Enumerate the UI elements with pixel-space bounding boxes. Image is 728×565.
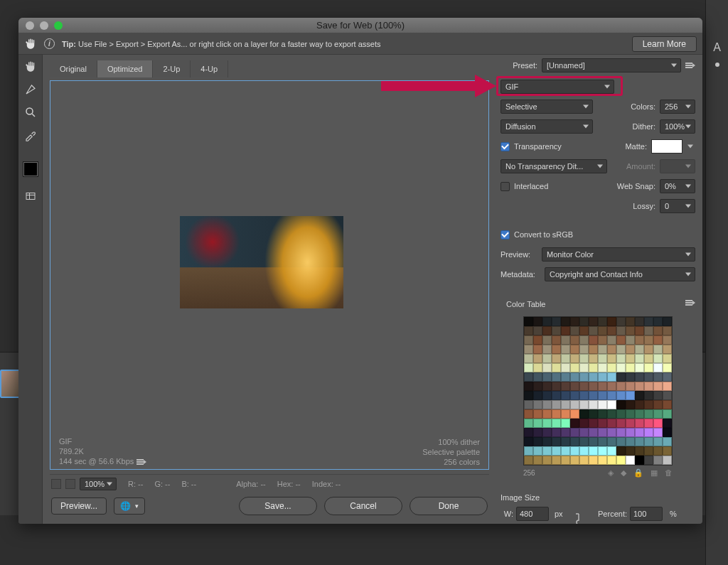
color-swatch[interactable] xyxy=(626,363,635,372)
color-swatch[interactable] xyxy=(561,372,570,382)
color-swatch[interactable] xyxy=(616,317,626,326)
color-swatch[interactable] xyxy=(616,382,626,391)
color-table-grid[interactable] xyxy=(523,316,673,466)
color-swatch[interactable] xyxy=(542,409,552,419)
hand-tool-icon[interactable] xyxy=(21,59,40,75)
color-swatch[interactable] xyxy=(561,446,570,456)
color-swatch[interactable] xyxy=(653,354,663,363)
color-swatch[interactable] xyxy=(663,409,672,419)
color-swatch[interactable] xyxy=(598,335,607,345)
color-swatch[interactable] xyxy=(635,428,644,437)
color-swatch[interactable] xyxy=(589,437,598,446)
color-swatch[interactable] xyxy=(598,400,607,409)
color-swatch[interactable] xyxy=(589,419,598,428)
preview-button[interactable]: Preview... xyxy=(51,497,107,515)
color-swatch[interactable] xyxy=(653,317,663,326)
color-swatch[interactable] xyxy=(663,345,672,354)
tab-2up[interactable]: 2-Up xyxy=(153,60,191,77)
color-swatch[interactable] xyxy=(607,456,616,465)
color-swatch[interactable] xyxy=(598,456,607,465)
color-swatch[interactable] xyxy=(579,419,589,428)
tab-optimized[interactable]: Optimized xyxy=(97,60,154,77)
color-swatch[interactable] xyxy=(561,363,570,372)
color-swatch[interactable] xyxy=(570,437,579,446)
color-swatch[interactable] xyxy=(663,354,672,363)
color-swatch[interactable] xyxy=(626,317,635,326)
dither-method-select[interactable]: Diffusion xyxy=(500,119,593,134)
color-swatch[interactable] xyxy=(561,428,570,437)
color-swatch[interactable] xyxy=(598,363,607,372)
color-swatch[interactable] xyxy=(607,428,616,437)
dither-amount-select[interactable]: 100% xyxy=(660,119,695,134)
color-swatch[interactable] xyxy=(552,354,561,363)
color-swatch[interactable] xyxy=(589,345,598,354)
color-swatch[interactable] xyxy=(607,345,616,354)
color-swatch[interactable] xyxy=(570,345,579,354)
color-swatch[interactable] xyxy=(607,372,616,382)
preview-profile-select[interactable]: Monitor Color xyxy=(542,247,695,262)
color-swatch[interactable] xyxy=(533,326,542,335)
matte-color-swatch[interactable] xyxy=(651,139,682,154)
color-swatch[interactable] xyxy=(635,437,644,446)
color-swatch[interactable] xyxy=(561,391,570,400)
slice-visibility-icon[interactable] xyxy=(21,188,40,204)
color-swatch[interactable] xyxy=(644,391,653,400)
ct-new-icon[interactable]: ▦ xyxy=(651,468,658,478)
color-swatch[interactable] xyxy=(635,345,644,354)
color-swatch[interactable] xyxy=(542,428,552,437)
color-swatch[interactable] xyxy=(552,391,561,400)
color-swatch[interactable] xyxy=(644,409,653,419)
color-swatch[interactable] xyxy=(616,437,626,446)
color-swatch[interactable] xyxy=(579,400,589,409)
zoom-tool-icon[interactable] xyxy=(21,104,40,120)
color-swatch[interactable] xyxy=(542,326,552,335)
color-swatch[interactable] xyxy=(663,400,672,409)
format-select[interactable]: GIF xyxy=(500,80,614,94)
color-swatch[interactable] xyxy=(635,391,644,400)
color-swatch[interactable] xyxy=(653,345,663,354)
color-swatch[interactable] xyxy=(635,317,644,326)
color-swatch[interactable] xyxy=(653,437,663,446)
color-swatch[interactable] xyxy=(626,326,635,335)
color-swatch[interactable] xyxy=(589,428,598,437)
color-swatch[interactable] xyxy=(552,419,561,428)
color-swatch[interactable] xyxy=(663,456,672,465)
color-swatch[interactable] xyxy=(533,317,542,326)
color-swatch[interactable] xyxy=(644,363,653,372)
color-swatch[interactable] xyxy=(552,428,561,437)
color-swatch[interactable] xyxy=(552,335,561,345)
color-swatch[interactable] xyxy=(607,382,616,391)
color-swatch[interactable] xyxy=(653,335,663,345)
color-swatch[interactable] xyxy=(570,400,579,409)
color-swatch[interactable] xyxy=(579,391,589,400)
color-swatch[interactable] xyxy=(644,437,653,446)
color-swatch[interactable] xyxy=(589,372,598,382)
color-swatch[interactable] xyxy=(552,345,561,354)
color-swatch[interactable] xyxy=(542,372,552,382)
color-swatch[interactable] xyxy=(616,428,626,437)
color-swatch[interactable] xyxy=(524,326,533,335)
color-swatch[interactable] xyxy=(653,363,663,372)
color-swatch[interactable] xyxy=(542,446,552,456)
color-swatch[interactable] xyxy=(598,326,607,335)
color-swatch[interactable] xyxy=(570,335,579,345)
color-swatch[interactable] xyxy=(635,446,644,456)
color-swatch[interactable] xyxy=(653,372,663,382)
window-minimize-icon[interactable] xyxy=(40,21,48,30)
color-swatch[interactable] xyxy=(533,345,542,354)
color-swatch[interactable] xyxy=(663,335,672,345)
color-swatch[interactable] xyxy=(579,354,589,363)
color-swatch[interactable] xyxy=(533,437,542,446)
color-swatch[interactable] xyxy=(626,428,635,437)
color-swatch[interactable] xyxy=(589,400,598,409)
color-swatch[interactable] xyxy=(561,437,570,446)
color-swatch[interactable] xyxy=(552,317,561,326)
color-swatch[interactable] xyxy=(533,456,542,465)
color-swatch[interactable] xyxy=(552,382,561,391)
websnap-select[interactable]: 0% xyxy=(660,179,695,193)
color-swatch[interactable] xyxy=(663,382,672,391)
color-swatch[interactable] xyxy=(598,428,607,437)
color-swatch[interactable] xyxy=(552,437,561,446)
color-swatch[interactable] xyxy=(542,382,552,391)
color-swatch[interactable] xyxy=(644,354,653,363)
